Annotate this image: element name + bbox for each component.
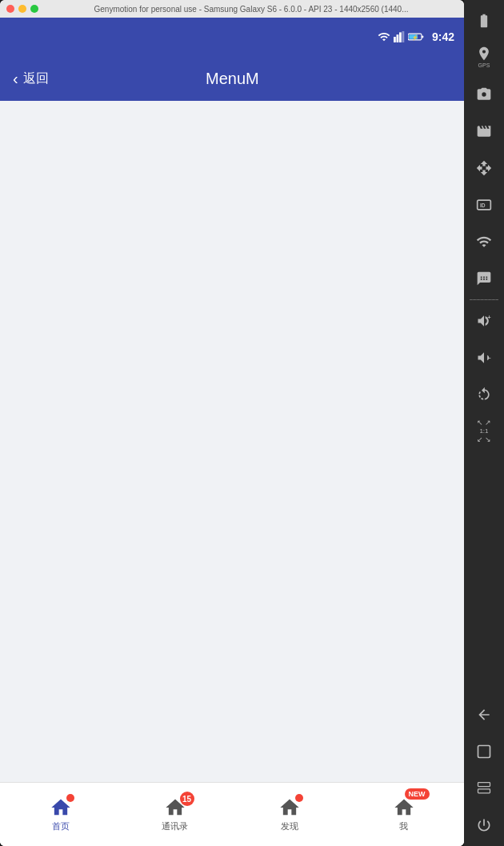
screen-title: MenuM — [62, 70, 403, 88]
svg-rect-4 — [478, 746, 490, 758]
svg-text:⚡: ⚡ — [412, 34, 418, 41]
bottom-nav: 首页 15 通讯录 发现 — [0, 782, 464, 846]
home-nav-tool[interactable] — [466, 734, 502, 769]
me-icon-wrap: NEW — [393, 796, 415, 819]
contacts-label: 通讯录 — [162, 820, 188, 832]
nav-item-home[interactable]: 首页 — [3, 783, 118, 846]
nav-item-me[interactable]: NEW 我 — [346, 783, 461, 846]
message-tool[interactable] — [466, 261, 502, 296]
volume-down-tool[interactable]: − — [466, 340, 502, 375]
signal-icon — [394, 30, 405, 43]
volume-up-tool[interactable]: + — [466, 303, 502, 339]
svg-rect-6 — [478, 789, 490, 793]
status-bar: ⚡ 9:42 — [0, 18, 464, 56]
svg-text:ID: ID — [480, 202, 486, 208]
svg-rect-8 — [396, 34, 398, 42]
battery-status-icon: ⚡ — [408, 30, 424, 43]
discover-icon-wrap — [278, 796, 301, 819]
svg-text:−: − — [487, 355, 491, 362]
move-tool[interactable] — [466, 150, 502, 186]
rotate-tool[interactable] — [466, 377, 502, 412]
me-badge-new: NEW — [405, 788, 430, 800]
back-arrow-icon: ‹ — [13, 70, 18, 88]
contacts-icon-wrap: 15 — [164, 796, 186, 819]
sidebar-tools: GPS ID + − ↖ ↗ 1:1 ↙ ↘ — [464, 0, 504, 846]
me-label: 我 — [399, 820, 408, 832]
status-time: 9:42 — [432, 30, 454, 43]
app-bar: ‹ 返回 MenuM — [0, 56, 464, 101]
camera-tool[interactable] — [466, 77, 502, 112]
me-icon — [393, 796, 415, 819]
svg-rect-10 — [402, 31, 404, 42]
discover-label: 发现 — [281, 820, 298, 832]
tool-divider — [470, 299, 498, 300]
main-content — [0, 101, 464, 846]
gps-label: GPS — [478, 62, 490, 69]
discover-badge-dot — [295, 794, 303, 802]
gps-tool[interactable]: GPS — [466, 40, 502, 75]
minimize-button[interactable] — [18, 5, 26, 13]
wifi-status-icon — [378, 30, 390, 43]
home-badge-dot — [66, 794, 74, 802]
media-tool[interactable] — [466, 114, 502, 149]
svg-rect-9 — [399, 32, 402, 42]
apps-nav-tool[interactable] — [466, 771, 502, 806]
maximize-button[interactable] — [30, 5, 38, 13]
home-label: 首页 — [52, 820, 70, 832]
nav-item-contacts[interactable]: 15 通讯录 — [118, 783, 232, 846]
id-tool[interactable]: ID — [466, 187, 502, 223]
svg-rect-7 — [394, 37, 396, 42]
wifi-tool[interactable] — [466, 224, 502, 259]
close-button[interactable] — [6, 5, 14, 13]
window-title: Genymotion for personal use - Samsung Ga… — [45, 5, 458, 14]
phone-frame: Genymotion for personal use - Samsung Ga… — [0, 0, 464, 846]
back-button[interactable]: ‹ 返回 — [13, 70, 49, 88]
svg-rect-12 — [422, 35, 423, 38]
status-icons: ⚡ 9:42 — [378, 30, 454, 43]
svg-rect-5 — [478, 783, 490, 787]
title-bar: Genymotion for personal use - Samsung Ga… — [0, 0, 464, 18]
home-icon-wrap — [50, 796, 72, 819]
back-label: 返回 — [23, 70, 49, 87]
window-controls — [6, 5, 38, 13]
nav-item-discover[interactable]: 发现 — [232, 783, 346, 846]
contacts-badge: 15 — [180, 792, 194, 806]
scale-tool[interactable]: ↖ ↗ 1:1 ↙ ↘ — [466, 414, 502, 449]
svg-text:+: + — [487, 314, 491, 321]
back-nav-tool[interactable] — [466, 697, 502, 732]
battery-tool[interactable] — [466, 3, 502, 38]
power-tool[interactable] — [466, 808, 502, 843]
